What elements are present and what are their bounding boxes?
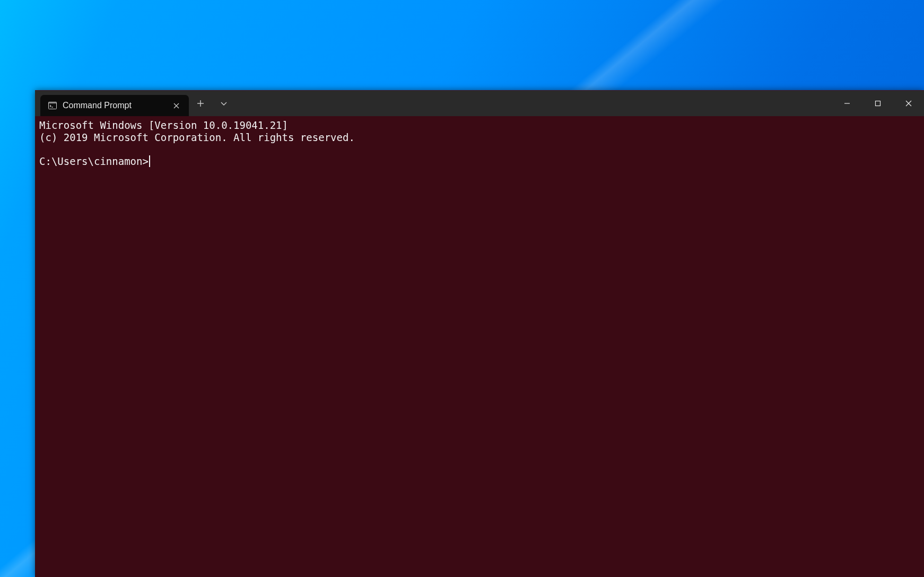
window-controls xyxy=(832,91,924,116)
maximize-icon xyxy=(875,100,881,107)
tab-label: Command Prompt xyxy=(63,101,163,110)
new-tab-button[interactable] xyxy=(189,91,212,116)
tab-close-button[interactable] xyxy=(169,98,184,113)
window-close-button[interactable] xyxy=(893,91,924,116)
terminal-output[interactable]: Microsoft Windows [Version 10.0.19041.21… xyxy=(35,116,924,577)
cursor xyxy=(149,155,150,167)
tab-dropdown-button[interactable] xyxy=(212,91,236,116)
terminal-line: Microsoft Windows [Version 10.0.19041.21… xyxy=(39,119,288,131)
close-icon xyxy=(173,103,179,109)
terminal-prompt: C:\Users\cinnamon> xyxy=(39,155,149,167)
plus-icon xyxy=(197,100,204,107)
maximize-button[interactable] xyxy=(862,91,893,116)
titlebar[interactable]: Command Prompt xyxy=(35,91,924,116)
terminal-window: Command Prompt xyxy=(35,90,924,577)
tab-strip: Command Prompt xyxy=(35,91,189,116)
tab-command-prompt[interactable]: Command Prompt xyxy=(40,95,189,116)
minimize-button[interactable] xyxy=(832,91,862,116)
close-icon xyxy=(905,100,912,107)
titlebar-drag-area[interactable] xyxy=(236,91,832,116)
minimize-icon xyxy=(844,100,850,107)
terminal-line: (c) 2019 Microsoft Corporation. All righ… xyxy=(39,132,355,143)
svg-rect-8 xyxy=(876,101,881,106)
chevron-down-icon xyxy=(220,100,228,107)
command-prompt-icon xyxy=(48,101,57,110)
svg-rect-1 xyxy=(49,102,57,104)
